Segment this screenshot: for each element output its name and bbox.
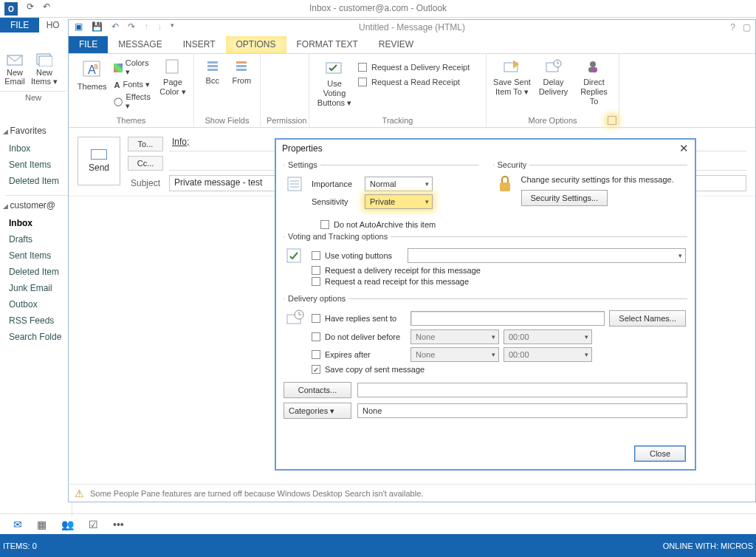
themes-button[interactable]: Aa Themes xyxy=(75,57,109,92)
to-button[interactable]: To... xyxy=(128,137,163,151)
message-window-title: Untitled - Message (HTML) xyxy=(69,22,755,33)
main-titlebar: O ⟳ ↶ Inbox - customer@a.com - Outlook xyxy=(0,0,756,18)
msg-tab-review[interactable]: REVIEW xyxy=(368,36,424,53)
delivery-receipt-checkbox[interactable]: Request a Delivery Receipt xyxy=(358,63,470,72)
importance-combo[interactable]: Normal▾ xyxy=(365,177,433,191)
autoarchive-checkbox[interactable] xyxy=(320,220,329,229)
read-receipt-checkbox[interactable]: Request a Read Receipt xyxy=(358,78,470,86)
theme-fonts-button[interactable]: AFonts ▾ xyxy=(114,80,153,89)
delivery-icon xyxy=(285,307,306,328)
send-button[interactable]: Send xyxy=(78,137,120,185)
new-email-button[interactable]: New Email xyxy=(0,50,30,86)
security-text: Change security settings for this messag… xyxy=(521,175,687,184)
account-header[interactable]: customer@ xyxy=(3,200,72,211)
fav-inbox[interactable]: Inbox xyxy=(9,140,72,157)
expires-after-checkbox[interactable] xyxy=(312,350,320,359)
folder-drafts[interactable]: Drafts xyxy=(9,231,72,247)
more-options-launcher-icon[interactable] xyxy=(608,116,616,125)
help-icon[interactable]: ? xyxy=(730,22,735,33)
fav-sent-items[interactable]: Sent Items xyxy=(9,157,72,173)
main-tab-file[interactable]: FILE xyxy=(0,18,39,33)
delivery-receipt-checkbox-dlg[interactable] xyxy=(312,266,320,275)
cc-button[interactable]: Cc... xyxy=(128,156,163,171)
sensitivity-combo[interactable]: Private▾ xyxy=(365,194,433,209)
deliver-time-combo[interactable]: 00:00▾ xyxy=(504,329,592,344)
categories-button[interactable]: Categories ▾ xyxy=(284,403,351,419)
settings-icon xyxy=(285,174,306,194)
no-deliver-before-checkbox[interactable] xyxy=(312,332,320,341)
more-options-group-label: More Options xyxy=(492,116,613,127)
voting-buttons-button[interactable]: Use Voting Buttons ▾ xyxy=(315,57,354,109)
voting-combo[interactable]: ▾ xyxy=(408,248,686,263)
security-legend: Security xyxy=(495,160,530,169)
page-color-button[interactable]: Page Color ▾ xyxy=(158,57,188,97)
new-group-label: New xyxy=(0,91,66,102)
theme-effects-button[interactable]: ◯Effects ▾ xyxy=(114,92,153,111)
svg-rect-7 xyxy=(207,61,218,64)
folder-outbox[interactable]: Outbox xyxy=(9,296,72,312)
have-replies-checkbox[interactable] xyxy=(312,314,320,323)
theme-colors-button[interactable]: Colors ▾ xyxy=(114,58,153,77)
message-titlebar[interactable]: ▣ 💾 ↶ ↷ ↑ ↓ ▾ Untitled - Message (HTML) … xyxy=(69,20,755,36)
security-settings-button[interactable]: Security Settings... xyxy=(521,190,608,206)
save-copy-checkbox[interactable]: ✓ xyxy=(312,365,320,374)
folder-sent-items[interactable]: Sent Items xyxy=(9,247,72,264)
main-new-group: New Email New Items ▾ New xyxy=(0,47,66,112)
folder-junk[interactable]: Junk Email xyxy=(9,280,72,296)
settings-legend: Settings xyxy=(285,160,320,169)
folder-rss[interactable]: RSS Feeds xyxy=(9,312,72,329)
contacts-field[interactable] xyxy=(357,383,687,397)
options-ribbon: Aa Themes Colors ▾ AFonts ▾ ◯Effects ▾ P… xyxy=(69,54,755,128)
permission-group-label: Permission xyxy=(267,116,303,127)
msg-tab-message[interactable]: MESSAGE xyxy=(108,36,172,53)
categories-field[interactable]: None xyxy=(357,403,687,418)
delay-delivery-button[interactable]: Delay Delivery xyxy=(536,57,571,97)
close-button[interactable]: Close xyxy=(634,445,686,462)
deliver-date-combo[interactable]: None▾ xyxy=(410,329,499,344)
msg-tab-file[interactable]: FILE xyxy=(69,36,108,53)
voting-icon xyxy=(285,245,306,266)
read-receipt-checkbox-dlg[interactable] xyxy=(312,277,320,286)
from-button[interactable]: From xyxy=(230,57,255,86)
importance-label: Importance xyxy=(312,180,360,188)
status-bar: ITEMS: 0 ONLINE WITH: MICROS xyxy=(0,534,756,557)
fav-deleted-items[interactable]: Deleted Item xyxy=(9,173,72,189)
svg-rect-9 xyxy=(207,69,218,71)
msg-tab-options[interactable]: OPTIONS xyxy=(226,36,286,53)
maximize-icon[interactable]: ▢ xyxy=(743,22,751,33)
contacts-button[interactable]: Contacts... xyxy=(284,382,351,398)
new-items-button[interactable]: New Items ▾ xyxy=(30,50,59,86)
svg-rect-24 xyxy=(287,249,300,262)
folder-search[interactable]: Search Folde xyxy=(9,329,72,345)
bcc-button[interactable]: Bcc xyxy=(200,57,225,86)
main-window-title: Inbox - customer@a.com - Outlook xyxy=(0,3,756,13)
main-tab-home-fragment[interactable]: HO xyxy=(42,18,64,33)
save-sent-to-button[interactable]: Save Sent Item To ▾ xyxy=(493,57,532,97)
calendar-icon[interactable]: ▦ xyxy=(37,519,47,530)
expire-time-combo[interactable]: 00:00▾ xyxy=(504,347,592,362)
folder-deleted-items[interactable]: Deleted Item xyxy=(9,264,72,280)
favorites-header[interactable]: Favorites xyxy=(3,126,72,136)
tracking-group-label: Tracking xyxy=(315,116,480,127)
people-icon[interactable]: 👥 xyxy=(61,519,74,530)
folder-inbox[interactable]: Inbox xyxy=(9,215,72,231)
use-voting-checkbox[interactable] xyxy=(312,251,320,260)
direct-replies-button[interactable]: Direct Replies To xyxy=(576,57,613,107)
folder-pane[interactable]: Favorites Inbox Sent Items Deleted Item … xyxy=(0,118,72,517)
msg-tab-format[interactable]: FORMAT TEXT xyxy=(286,36,368,53)
mail-icon[interactable]: ✉ xyxy=(13,519,22,530)
svg-rect-23 xyxy=(500,182,510,191)
send-icon xyxy=(91,149,107,160)
close-icon[interactable]: ✕ xyxy=(679,142,689,155)
delivery-legend: Delivery options xyxy=(285,294,348,303)
msg-tab-insert[interactable]: INSERT xyxy=(173,36,226,53)
warning-icon: ⚠ xyxy=(75,488,84,499)
expire-date-combo[interactable]: None▾ xyxy=(410,347,499,362)
nav-bar: ✉ ▦ 👥 ☑ ••• xyxy=(0,513,756,534)
have-replies-field[interactable] xyxy=(410,311,605,326)
tasks-icon[interactable]: ☑ xyxy=(89,519,98,530)
svg-rect-2 xyxy=(39,56,52,66)
info-bar-text: Some People Pane features are turned off… xyxy=(90,489,423,498)
more-nav-icon[interactable]: ••• xyxy=(113,519,124,530)
select-names-button[interactable]: Select Names... xyxy=(609,310,686,327)
